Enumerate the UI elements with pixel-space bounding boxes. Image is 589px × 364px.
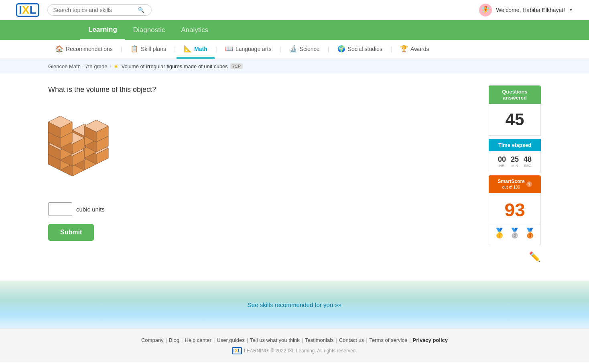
gold-badge-icon: 🥇 [494,228,506,239]
timer-hours: 00 HR [496,155,508,169]
footer-user-guides[interactable]: User guides [217,337,244,343]
footer-copyright: © 2022 IXL Learning. All rights reserved… [270,348,357,354]
math-icon: 📐 [184,45,192,53]
nav-diagnostic[interactable]: Diagnostic [125,20,173,40]
subnav-recommendations[interactable]: 🏠 Recommendations [48,40,120,59]
wave-section: See skills recommended for you »» [0,281,589,329]
user-name: Welcome, Habiba Elkhayat! [496,7,565,13]
footer-testimonials[interactable]: Testimonials [305,337,334,343]
footer-help-center[interactable]: Help center [185,337,211,343]
breadcrumb-arrow: › [110,63,111,69]
subnav-math[interactable]: 📐 Math [177,40,215,59]
chevron-down-icon[interactable]: ▼ [569,8,573,12]
footer: Company | Blog | Help center | User guid… [0,329,589,362]
nav-learning[interactable]: Learning [80,20,125,41]
avatar: 🧚 [479,4,492,16]
breadcrumb-parent[interactable]: Glencoe Math - 7th grade [48,63,107,69]
time-elapsed-label: Time elapsed [489,139,541,151]
subnav-skill-plans[interactable]: 📋 Skill plans [123,40,173,59]
language-arts-icon: 📖 [225,45,233,53]
footer-terms[interactable]: Terms of service [370,337,408,343]
cube-figure [48,102,136,190]
cube-illustration [48,102,136,190]
subnav-science[interactable]: 🔬 Science [282,40,327,59]
bronze-badge-icon: 🥉 [524,228,536,239]
search-icon: 🔍 [138,7,144,13]
top-bar: IXL 🔍 🧚 Welcome, Habiba Elkhayat! ▼ [0,0,589,20]
social-studies-icon: 🌍 [337,45,345,53]
timer-display: 00 HR 25 MIN 48 SEC [489,151,541,172]
main-content: What is the volume of this object? [0,73,589,281]
sub-nav: 🏠 Recommendations | 📋 Skill plans | 📐 Ma… [0,40,589,59]
footer-logo-text: IXL LEARNING © 2022 IXL Learning. All ri… [0,347,589,354]
footer-links: Company | Blog | Help center | User guid… [0,337,589,343]
nav-analytics[interactable]: Analytics [173,20,216,40]
skill-plans-icon: 📋 [130,45,138,53]
subnav-language-arts[interactable]: 📖 Language arts [218,40,279,59]
user-area: 🧚 Welcome, Habiba Elkhayat! ▼ [479,4,573,16]
side-panel: Questions answered 45 Time elapsed 00 HR… [489,85,541,268]
divider: | [173,46,177,53]
footer-blog[interactable]: Blog [169,337,179,343]
smart-score-header: SmartScore out of 100 ? [489,175,541,193]
smart-score-label: SmartScore out of 100 [498,179,524,190]
skills-recommended-link[interactable]: See skills recommended for you »» [248,301,341,308]
silver-badge-icon: 🥈 [509,228,521,239]
recommendations-icon: 🏠 [55,45,63,53]
footer-learning-label: LEARNING [244,348,268,354]
divider: | [215,46,218,53]
divider: | [278,46,282,53]
logo[interactable]: IXL [16,3,39,17]
questions-count: 45 [489,104,541,136]
science-icon: 🔬 [289,45,297,53]
subnav-social-studies[interactable]: 🌍 Social studies [330,40,390,59]
footer-contact-us[interactable]: Contact us [339,337,364,343]
timer-seconds: 48 SEC [521,155,534,169]
smart-score-value: 93 [489,193,541,224]
search-bar[interactable]: 🔍 [47,4,152,16]
star-icon[interactable]: ★ [114,63,119,69]
breadcrumb-current: Volume of irregular figures made of unit… [121,63,227,69]
divider: | [327,46,330,53]
help-icon[interactable]: ? [526,181,532,187]
awards-icon: 🏆 [400,45,408,53]
breadcrumb: Glencoe Math - 7th grade › ★ Volume of i… [0,59,589,73]
search-input[interactable] [53,7,138,13]
questions-answered-label: Questions answered [489,85,541,104]
answer-row: cubic units [48,202,477,216]
main-nav: Learning Diagnostic Analytics [0,20,589,40]
answer-input[interactable] [48,202,72,216]
subnav-awards[interactable]: 🏆 Awards [393,40,436,59]
footer-privacy[interactable]: Privacy policy [413,337,448,343]
question-text: What is the volume of this object? [48,85,477,94]
answer-label: cubic units [76,206,105,213]
timer-minutes: 25 MIN [508,155,521,169]
pencil-icon[interactable]: ✏️ [489,245,541,268]
footer-logo: IXL [232,347,242,354]
breadcrumb-badge: 7CP [230,63,243,69]
divider: | [120,46,123,53]
submit-button[interactable]: Submit [48,224,94,241]
badges-row: 🥇 🥈 🥉 [489,224,541,245]
question-area: What is the volume of this object? [48,85,477,268]
divider: | [390,46,393,53]
footer-tell-us[interactable]: Tell us what you think [250,337,300,343]
footer-company[interactable]: Company [141,337,164,343]
